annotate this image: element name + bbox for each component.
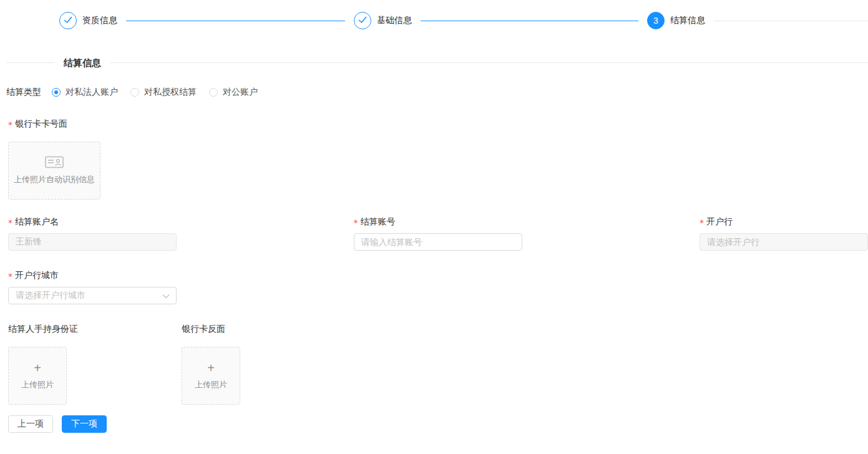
plus-icon: + [207,362,215,374]
radio-label: 对公账户 [223,87,258,98]
form-actions: 上一项 下一项 [8,415,868,433]
photo-uploads-row: 结算人手持身份证 + 上传照片 银行卡反面 + 上传照片 [8,324,868,405]
step-finished-circle [354,12,371,29]
radio-label: 对私法人账户 [66,87,118,98]
next-button[interactable]: 下一项 [62,415,107,433]
account-name-field: * 结算账户名 [8,216,354,251]
section-title: 结算信息 [55,56,110,69]
radio-label: 对私授权结算 [144,87,197,98]
fields-row: * 结算账户名 * 结算账号 * 开户行 [8,216,868,251]
plus-icon: + [34,362,41,374]
step-settlement-info[interactable]: 3 结算信息 [647,12,868,29]
settlement-form-page: 资质信息 基础信息 3 结算信息 结算信息 结算类型 对私法人账户 [0,12,868,433]
step-label: 结算信息 [670,15,705,26]
check-icon [358,16,367,26]
upload-text: 上传照片 [195,379,227,390]
bank-city-field: * 开户行城市 请选择开户行城市 [8,270,868,304]
radio-icon [130,88,139,97]
bank-card-front-upload[interactable]: 上传照片自动识别信息 [8,142,100,200]
bank-city-select[interactable]: 请选择开户行城市 [8,287,177,304]
bank-field: * 开户行 [700,216,868,251]
step-qualification-info[interactable]: 资质信息 [59,12,354,29]
step-label: 资质信息 [82,15,117,26]
step-label: 基础信息 [377,15,412,26]
radio-corporate-account[interactable]: 对公账户 [209,87,258,98]
settlement-type-group: 结算类型 对私法人账户 对私授权结算 对公账户 [6,86,868,99]
step-connector [126,21,345,21]
required-mark: * [354,218,358,228]
steps-bar: 资质信息 基础信息 3 结算信息 [0,12,868,29]
step-finished-circle [59,12,77,29]
account-number-field: * 结算账号 [354,216,700,251]
ocr-upload-text: 上传照片自动识别信息 [14,174,95,185]
step-basic-info[interactable]: 基础信息 [354,12,647,29]
id-card-holding-upload-field: 结算人手持身份证 + 上传照片 [8,324,182,405]
radio-icon [209,88,218,97]
step-active-circle: 3 [647,12,665,29]
id-card-icon [45,156,64,170]
bank-select-input [700,233,868,251]
radio-private-authorized-settlement[interactable]: 对私授权结算 [130,87,197,98]
bank-card-front-label: * 银行卡卡号面 [8,118,868,128]
account-name-input [8,233,177,251]
divider-line [110,62,868,63]
bank-card-back-upload[interactable]: + 上传照片 [182,347,240,405]
bank-card-back-label: 银行卡反面 [182,324,240,334]
required-mark: * [8,120,12,130]
upload-text: 上传照片 [21,379,54,390]
check-icon [64,16,72,26]
step-connector [421,21,638,21]
divider-line [6,62,55,63]
account-number-input[interactable] [354,233,522,251]
radio-private-legal-account[interactable]: 对私法人账户 [52,87,118,98]
radio-selected-icon [52,88,61,97]
section-divider: 结算信息 [0,56,868,69]
chevron-down-icon [162,291,170,301]
settlement-type-label: 结算类型 [6,87,41,98]
required-mark: * [700,218,704,228]
bank-city-label: * 开户行城市 [8,270,868,280]
id-card-holding-upload[interactable]: + 上传照片 [8,347,67,405]
account-number-label: * 结算账号 [354,216,700,226]
required-mark: * [8,271,12,281]
bank-card-back-upload-field: 银行卡反面 + 上传照片 [182,324,240,405]
account-name-label: * 结算账户名 [8,216,354,226]
previous-button[interactable]: 上一项 [8,415,53,433]
bank-label: * 开户行 [700,216,868,226]
bank-city-placeholder: 请选择开户行城市 [16,290,85,301]
required-mark: * [8,218,12,228]
id-card-holding-label: 结算人手持身份证 [8,324,182,334]
step-connector [714,21,868,21]
